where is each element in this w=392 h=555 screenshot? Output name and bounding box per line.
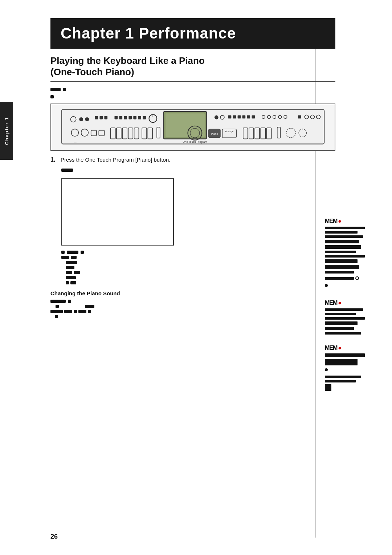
memo-line-1-9 xyxy=(325,265,359,269)
keyboard-svg: Piano Arrange — One Touch Program xyxy=(55,108,331,147)
memo-line-1-2 xyxy=(325,231,358,234)
label-icon-1 xyxy=(50,88,61,91)
memo-line-1-8 xyxy=(325,259,358,263)
piano-bullet-3c xyxy=(74,310,77,313)
memo-text-1: MEM xyxy=(325,218,337,224)
memo-line-3-5 xyxy=(325,384,331,391)
memo-text-3: MEM xyxy=(325,345,337,351)
bullet-text-4 xyxy=(66,266,74,269)
svg-rect-24 xyxy=(247,116,250,119)
memo-line-3-4 xyxy=(325,380,356,382)
svg-point-18 xyxy=(215,116,219,119)
pre-diagram-dot xyxy=(50,93,335,100)
memo-line-2-5 xyxy=(325,327,354,330)
step-1-text: Press the One Touch Program [Piano] butt… xyxy=(61,157,170,163)
memo-block-3: MEM● xyxy=(325,345,381,391)
memo-line-1-11a xyxy=(325,277,354,280)
memo-line-2-4 xyxy=(325,321,358,325)
memo-line-1-7 xyxy=(325,255,365,258)
svg-text:Piano: Piano xyxy=(211,132,218,135)
piano-bullet-dot xyxy=(68,300,71,303)
svg-rect-8 xyxy=(119,116,122,119)
memo-o-1: ● xyxy=(338,218,342,224)
memo-line-1-3 xyxy=(325,235,363,238)
memo-line-2-2 xyxy=(325,313,356,315)
memo-label-2: MEM● xyxy=(325,300,381,306)
memo-line-2-3 xyxy=(325,317,365,320)
pre-diagram-label xyxy=(50,88,335,91)
main-content: Chapter 1 Performance Playing the Keyboa… xyxy=(50,18,335,320)
chapter-header-text: Chapter 1 Performance xyxy=(61,25,236,42)
svg-rect-12 xyxy=(138,116,141,119)
svg-rect-7 xyxy=(115,116,118,119)
chapter-tab-label: Chapter 1 xyxy=(4,117,9,145)
display-label-icon xyxy=(61,169,73,172)
page-number: 26 xyxy=(50,533,58,540)
step-1-number: 1. xyxy=(50,157,58,163)
memo-line-1-5 xyxy=(325,245,361,249)
chapter-header-bar: Chapter 1 Performance xyxy=(50,18,335,49)
chapter-tab: Chapter 1 xyxy=(0,102,13,160)
svg-rect-22 xyxy=(238,116,241,119)
bullet-text-5 xyxy=(66,271,72,274)
svg-rect-31 xyxy=(298,116,301,119)
svg-rect-20 xyxy=(228,116,232,119)
bullet-text-1b xyxy=(81,251,84,254)
piano-sound-section: Changing the Piano Sound xyxy=(50,290,335,297)
bullet-text-5b xyxy=(74,271,80,274)
svg-rect-5 xyxy=(99,116,103,119)
section-title: Playing the Keyboard Like a Piano (One-T… xyxy=(50,49,335,82)
svg-rect-17 xyxy=(166,114,205,137)
display-box xyxy=(61,178,174,246)
svg-rect-13 xyxy=(143,116,146,119)
section-title-text: Playing the Keyboard Like a Piano (One-T… xyxy=(50,55,335,78)
display-label-row xyxy=(61,167,335,173)
piano-sound-heading: Changing the Piano Sound xyxy=(50,290,120,296)
memo-column: MEM● MEM● xyxy=(325,123,381,401)
memo-block-2: MEM● xyxy=(325,300,381,335)
bullet-dot-1 xyxy=(66,281,69,284)
memo-line-1-4 xyxy=(325,240,359,243)
bullet-section-2 xyxy=(50,300,335,318)
memo-circle-1 xyxy=(355,276,359,280)
piano-bullet-4 xyxy=(55,315,58,318)
bullet-section-1 xyxy=(61,251,335,284)
piano-bullet-2b xyxy=(85,305,94,308)
piano-bullet-3b xyxy=(64,310,72,313)
label-dot xyxy=(50,95,54,98)
svg-rect-21 xyxy=(233,116,236,119)
svg-point-2 xyxy=(79,117,83,121)
bullet-text-3 xyxy=(66,261,77,264)
svg-text:Arrange: Arrange xyxy=(225,130,233,133)
bullet-text-1a xyxy=(67,251,78,254)
memo-block-1: MEM● xyxy=(325,218,381,289)
memo-label-1: MEM● xyxy=(325,218,381,224)
svg-rect-10 xyxy=(128,116,132,119)
piano-bullet-1 xyxy=(50,300,66,303)
bullet-text-2a xyxy=(61,256,69,259)
memo-line-1-10 xyxy=(325,271,354,274)
svg-rect-25 xyxy=(252,116,255,119)
svg-text:—: — xyxy=(74,141,77,143)
memo-o-3: ● xyxy=(338,345,342,351)
memo-line-1-11 xyxy=(325,275,381,281)
piano-bullet-2a xyxy=(56,305,59,308)
svg-rect-23 xyxy=(242,116,246,119)
bullet-icon-1 xyxy=(61,251,65,254)
memo-label-3: MEM● xyxy=(325,345,381,351)
memo-line-2-1 xyxy=(325,308,363,311)
svg-rect-11 xyxy=(133,116,136,119)
memo-line-3-3 xyxy=(325,376,361,378)
bullet-text-2b xyxy=(71,256,77,259)
svg-rect-4 xyxy=(95,116,98,119)
piano-bullet-3e xyxy=(88,310,91,313)
memo-line-1-1 xyxy=(325,227,365,229)
bullet-text-7 xyxy=(70,281,76,284)
memo-dot-3 xyxy=(325,368,328,371)
step-1-instruction: 1. Press the One Touch Program [Piano] b… xyxy=(50,157,335,163)
piano-bullet-3a xyxy=(50,310,63,313)
svg-text:One Touch Program: One Touch Program xyxy=(183,141,207,144)
page: Chapter 1 Chapter 1 Performance Playing … xyxy=(0,0,392,555)
piano-bullet-3d xyxy=(78,310,86,313)
label-icon-2 xyxy=(63,88,66,91)
